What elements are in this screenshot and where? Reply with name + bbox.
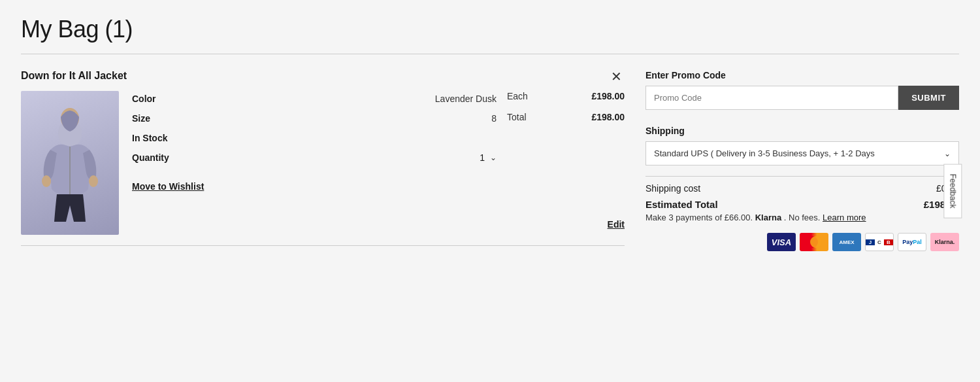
payment-icons: VISA AMEX J C B PayPal Klarna. bbox=[645, 233, 959, 251]
cart-section: Down for It All Jacket ✕ bbox=[21, 70, 625, 246]
quantity-selector[interactable]: 1 ⌄ bbox=[480, 152, 497, 163]
totals-section: Shipping cost £0.00 Estimated Total £198… bbox=[645, 176, 959, 251]
each-price-row: Each £198.00 bbox=[507, 91, 625, 101]
instock-label: In Stock bbox=[132, 133, 167, 143]
page-wrapper: My Bag (1) Down for It All Jacket ✕ bbox=[0, 0, 980, 382]
learn-more-link[interactable]: Learn more bbox=[823, 213, 866, 222]
move-to-wishlist-button[interactable]: Move to Wishlist bbox=[132, 181, 204, 192]
pricing-rows: Each £198.00 Total £198.00 bbox=[507, 91, 625, 122]
shipping-cost-row: Shipping cost £0.00 bbox=[645, 176, 959, 194]
total-label: Total bbox=[507, 112, 527, 122]
color-value: Lavender Dusk bbox=[435, 94, 497, 104]
jcb-payment-icon: J C B bbox=[865, 233, 894, 251]
size-row: Size 8 bbox=[132, 113, 497, 124]
svg-point-2 bbox=[42, 175, 51, 187]
paypal-payment-icon: PayPal bbox=[898, 233, 926, 251]
size-value: 8 bbox=[491, 113, 497, 124]
promo-label: Enter Promo Code bbox=[645, 70, 959, 80]
product-left: Color Lavender Dusk Size 8 In Stock bbox=[21, 91, 497, 235]
each-price: £198.00 bbox=[591, 91, 625, 101]
each-label: Each bbox=[507, 91, 528, 101]
size-label: Size bbox=[132, 113, 197, 124]
quantity-value: 1 bbox=[480, 152, 485, 163]
submit-promo-button[interactable]: SUBMIT bbox=[898, 86, 959, 110]
klarna-text-suffix: . No fees. bbox=[784, 213, 821, 222]
chevron-down-icon: ⌄ bbox=[944, 149, 951, 158]
amex-payment-icon: AMEX bbox=[832, 233, 861, 251]
klarna-brand: Klarna bbox=[755, 213, 781, 222]
total-price: £198.00 bbox=[591, 112, 625, 122]
color-row: Color Lavender Dusk bbox=[132, 94, 497, 104]
klarna-payment-icon: Klarna. bbox=[930, 233, 959, 251]
visa-payment-icon: VISA bbox=[767, 233, 796, 251]
top-divider bbox=[21, 54, 959, 54]
klarna-text-prefix: Make 3 payments of £66.00. bbox=[645, 213, 753, 222]
total-price-row: Total £198.00 bbox=[507, 112, 625, 122]
page-title: My Bag (1) bbox=[21, 16, 959, 43]
quantity-row: Quantity 1 ⌄ bbox=[132, 152, 497, 163]
product-details: Color Lavender Dusk Size 8 In Stock bbox=[132, 91, 497, 235]
sidebar-section: Enter Promo Code SUBMIT Shipping Standar… bbox=[645, 70, 959, 251]
main-layout: Down for It All Jacket ✕ bbox=[21, 70, 959, 251]
estimated-total-label: Estimated Total bbox=[645, 199, 718, 210]
instock-row: In Stock bbox=[132, 133, 497, 143]
chevron-down-icon: ⌄ bbox=[490, 153, 497, 162]
quantity-label: Quantity bbox=[132, 152, 169, 163]
shipping-option-selector[interactable]: Standard UPS ( Delivery in 3-5 Business … bbox=[645, 141, 959, 165]
product-pricing: Each £198.00 Total £198.00 Edit bbox=[507, 91, 625, 235]
promo-code-input[interactable] bbox=[645, 86, 898, 110]
shipping-section: Shipping Standard UPS ( Delivery in 3-5 … bbox=[645, 126, 959, 165]
edit-button[interactable]: Edit bbox=[608, 219, 625, 230]
wishlist-row: Move to Wishlist bbox=[132, 173, 497, 192]
klarna-row: Make 3 payments of £66.00. Klarna . No f… bbox=[645, 213, 959, 222]
product-card-header: Down for It All Jacket ✕ bbox=[21, 70, 625, 83]
product-card: Down for It All Jacket ✕ bbox=[21, 70, 625, 235]
feedback-tab[interactable]: Feedback bbox=[944, 164, 962, 218]
estimated-total-row: Estimated Total £198.00 bbox=[645, 199, 959, 210]
svg-point-3 bbox=[89, 175, 98, 187]
remove-product-button[interactable]: ✕ bbox=[608, 70, 625, 83]
promo-section: Enter Promo Code SUBMIT bbox=[645, 70, 959, 110]
shipping-cost-label: Shipping cost bbox=[645, 183, 700, 194]
bottom-divider bbox=[21, 245, 625, 246]
promo-input-row: SUBMIT bbox=[645, 86, 959, 110]
product-row-wrapper: Color Lavender Dusk Size 8 In Stock bbox=[21, 91, 625, 235]
mastercard-payment-icon bbox=[800, 233, 828, 251]
product-name: Down for It All Jacket bbox=[21, 70, 127, 82]
color-label: Color bbox=[132, 94, 197, 104]
shipping-option-text: Standard UPS ( Delivery in 3-5 Business … bbox=[654, 148, 944, 158]
shipping-title: Shipping bbox=[645, 126, 959, 136]
product-image bbox=[21, 91, 119, 235]
product-image-placeholder bbox=[21, 91, 119, 235]
